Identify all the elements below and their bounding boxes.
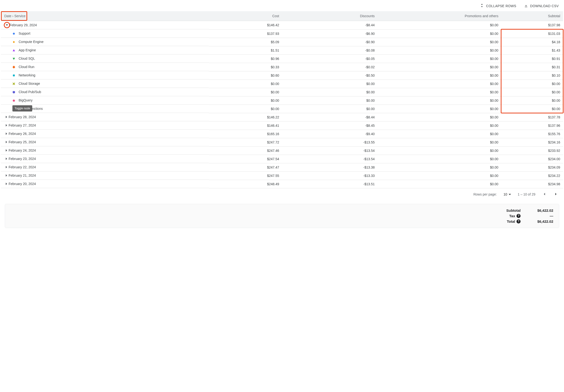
next-page-button[interactable]	[553, 192, 558, 197]
cell-promotions: $0.00	[378, 163, 501, 171]
cell-cost: $247.72	[209, 138, 282, 146]
col-header-promotions[interactable]: Promotions and others	[378, 11, 501, 21]
caret-right-icon[interactable]	[6, 124, 7, 126]
cell-cost: $247.54	[209, 155, 282, 163]
cell-subtotal: $0.00	[501, 96, 563, 105]
cell-promotions: $0.00	[378, 80, 501, 88]
download-csv-button[interactable]: DOWNLOAD CSV	[524, 3, 559, 8]
cell-promotions: $0.00	[378, 55, 501, 63]
table-row-service: Support$137.93-$6.90$0.00$131.03	[1, 29, 563, 38]
cell-label: February 22, 2024	[1, 163, 209, 171]
cell-subtotal: $233.92	[501, 146, 563, 155]
legend-marker-icon	[13, 99, 15, 102]
row-label: Networking	[19, 73, 35, 77]
cell-promotions: $0.00	[378, 46, 501, 55]
cell-discounts: -$8.45	[282, 121, 377, 130]
row-label: Compute Engine	[19, 40, 43, 44]
cell-label: February 28, 2024	[1, 113, 209, 121]
cell-promotions: $0.00	[378, 21, 501, 30]
totals-total-value: $6,422.02	[537, 219, 553, 224]
table-row-service: Cloud Run$0.33-$0.02$0.00$0.31	[1, 63, 563, 71]
cell-subtotal: $137.96	[501, 121, 563, 130]
cell-discounts: -$0.08	[282, 46, 377, 55]
rows-per-page-select[interactable]: 10	[503, 192, 511, 196]
totals-panel: Subtotal $6,422.02 Tax ? — Total ? $6,42…	[5, 204, 559, 228]
table-row-date: February 21, 2024$247.55-$13.33$0.00$234…	[1, 171, 563, 180]
col-header-group[interactable]: Date › Service	[1, 11, 209, 21]
cell-label: Cloud SQL	[1, 55, 209, 63]
cell-label: Cloud Run	[1, 63, 209, 71]
table-row-date: February 22, 2024$247.47-$13.38$0.00$234…	[1, 163, 563, 171]
row-label: February 27, 2024	[9, 124, 36, 127]
chevron-left-icon	[542, 192, 547, 196]
cell-discounts: -$8.44	[282, 113, 377, 121]
svg-rect-2	[13, 74, 15, 76]
caret-right-icon[interactable]	[6, 166, 7, 168]
cell-subtotal: $4.18	[501, 38, 563, 46]
cell-promotions: $0.00	[378, 96, 501, 105]
collapse-rows-button[interactable]: COLLAPSE ROWS	[480, 3, 516, 8]
cell-subtotal: $131.03	[501, 29, 563, 38]
total-help-icon[interactable]: ?	[517, 219, 521, 224]
cell-subtotal: $0.00	[501, 105, 563, 113]
col-header-discounts[interactable]: Discounts	[282, 11, 377, 21]
table-row-date: February 28, 2024$146.22-$8.44$0.00$137.…	[1, 113, 563, 121]
cell-promotions: $0.00	[378, 29, 501, 38]
legend-marker-icon	[13, 74, 15, 77]
cell-label: Compute Engine	[1, 38, 209, 46]
caret-down-icon[interactable]	[6, 24, 8, 26]
cell-promotions: $0.00	[378, 63, 501, 71]
totals-total-label: Total	[507, 219, 515, 224]
caret-right-icon[interactable]	[6, 132, 7, 135]
table-row-service: Compute Engine$5.09-$0.90$0.00$4.18	[1, 38, 563, 46]
cell-cost: $1.51	[209, 46, 282, 55]
cell-discounts: -$0.90	[282, 38, 377, 46]
cell-cost: $247.46	[209, 146, 282, 155]
row-label: App Engine	[19, 48, 36, 52]
table-row-service: Networking$0.60-$0.50$0.00$0.10	[1, 71, 563, 80]
cell-discounts: -$8.44	[282, 21, 377, 30]
table-row-date: February 24, 2024$247.46-$13.54$0.00$233…	[1, 146, 563, 155]
caret-right-icon[interactable]	[6, 141, 7, 143]
cell-promotions: $0.00	[378, 38, 501, 46]
col-header-subtotal[interactable]: Subtotal	[501, 11, 563, 21]
table-row-date: February 29, 2024$146.42-$8.44$0.00$137.…	[1, 21, 563, 30]
cell-label: February 25, 2024	[1, 138, 209, 146]
cell-promotions: $0.00	[378, 155, 501, 163]
cell-label: Cloud Storage	[1, 80, 209, 88]
page-range: 1 – 10 of 29	[518, 192, 535, 196]
svg-rect-1	[13, 41, 15, 43]
col-header-group-label: Date › Service	[4, 14, 26, 18]
cell-subtotal: $234.16	[501, 138, 563, 146]
toggle-node-tooltip: Toggle node	[13, 105, 32, 112]
cell-label: February 27, 2024	[1, 121, 209, 130]
download-icon	[524, 3, 528, 8]
cell-subtotal: $1.43	[501, 46, 563, 55]
table-row-date: February 26, 2024$165.16-$9.40$0.00$155.…	[1, 130, 563, 138]
cell-discounts: -$13.55	[282, 138, 377, 146]
cell-discounts: $0.00	[282, 105, 377, 113]
tax-help-icon[interactable]: ?	[517, 214, 521, 218]
cell-cost: $137.93	[209, 29, 282, 38]
table-row-service: Cloud FunctionsToggle node$0.00$0.00$0.0…	[1, 105, 563, 113]
caret-right-icon[interactable]	[6, 149, 7, 152]
caret-right-icon[interactable]	[6, 183, 7, 185]
cell-cost: $5.09	[209, 38, 282, 46]
col-header-cost[interactable]: Cost	[209, 11, 282, 21]
cell-cost: $146.42	[209, 21, 282, 30]
cell-cost: $146.22	[209, 113, 282, 121]
cell-discounts: -$13.38	[282, 163, 377, 171]
caret-right-icon[interactable]	[6, 174, 7, 177]
row-label: BigQuery	[19, 98, 32, 102]
cell-discounts: -$0.02	[282, 63, 377, 71]
cell-cost: $0.33	[209, 63, 282, 71]
cell-cost: $0.00	[209, 80, 282, 88]
row-label: February 20, 2024	[9, 182, 36, 186]
cell-label: Cloud Pub/Sub	[1, 88, 209, 96]
prev-page-button[interactable]	[542, 192, 547, 197]
caret-right-icon[interactable]	[6, 116, 7, 118]
cell-promotions: $0.00	[378, 121, 501, 130]
table-row-date: February 25, 2024$247.72-$13.55$0.00$234…	[1, 138, 563, 146]
table-row-service: Cloud Pub/Sub$0.00$0.00$0.00$0.00	[1, 88, 563, 96]
caret-right-icon[interactable]	[6, 158, 7, 160]
